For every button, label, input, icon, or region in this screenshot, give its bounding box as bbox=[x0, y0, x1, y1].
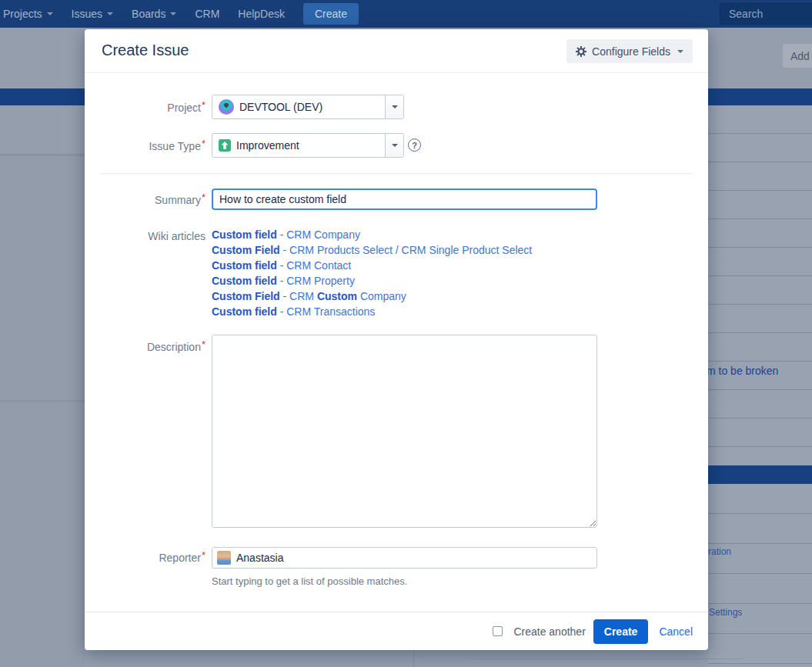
nav-issues: Issues bbox=[72, 8, 113, 20]
reporter-value-text: Anastasia bbox=[236, 552, 283, 564]
nav-projects: Projects bbox=[3, 8, 53, 20]
background-divider bbox=[473, 659, 743, 659]
form-divider bbox=[100, 173, 693, 174]
issue-type-label: Issue Type* bbox=[85, 140, 206, 152]
background-left-panel bbox=[0, 154, 85, 667]
dialog-footer: Create another Create Cancel bbox=[85, 612, 708, 650]
wiki-article-link[interactable]: Custom Field - CRM Custom Company bbox=[212, 288, 532, 304]
chevron-down-icon bbox=[677, 50, 683, 53]
project-select[interactable]: DEVTOOL (DEV) bbox=[212, 95, 404, 119]
issue-type-select[interactable]: Improvement bbox=[212, 133, 404, 158]
background-table-rows bbox=[708, 484, 812, 667]
background-link-ration: ration bbox=[708, 546, 731, 557]
description-textarea[interactable] bbox=[212, 335, 597, 528]
chevron-down-icon bbox=[107, 12, 113, 15]
summary-input[interactable] bbox=[212, 188, 597, 210]
chevron-down-icon bbox=[392, 105, 398, 108]
cancel-link[interactable]: Cancel bbox=[659, 625, 693, 638]
required-asterisk: * bbox=[202, 138, 206, 149]
create-issue-dialog: Create Issue Configure Field bbox=[85, 29, 708, 650]
nav-projects-label: Projects bbox=[3, 8, 42, 20]
summary-label: Summary* bbox=[85, 194, 206, 206]
reporter-label: Reporter* bbox=[85, 552, 206, 564]
create-another-label: Create another bbox=[513, 625, 585, 638]
required-asterisk: * bbox=[202, 549, 206, 561]
nav-helpdesk: HelpDesk bbox=[238, 8, 285, 20]
project-value-text: DEVTOOL (DEV) bbox=[239, 101, 322, 113]
project-dropdown-button[interactable] bbox=[385, 95, 403, 118]
chevron-down-icon bbox=[47, 12, 53, 15]
nav-boards: Boards bbox=[132, 8, 176, 20]
chevron-down-icon bbox=[170, 12, 176, 15]
reporter-avatar bbox=[217, 551, 231, 565]
nav-helpdesk-label: HelpDesk bbox=[238, 8, 285, 20]
nav-crm-label: CRM bbox=[195, 8, 219, 20]
help-icon[interactable]: ? bbox=[408, 138, 421, 152]
background-divider bbox=[0, 154, 85, 157]
nav-boards-label: Boards bbox=[132, 8, 165, 20]
description-label: Description* bbox=[85, 341, 206, 353]
chevron-down-icon bbox=[392, 144, 398, 147]
issue-type-select-value: Improvement bbox=[212, 134, 385, 157]
wiki-article-link[interactable]: Custom field - CRM Transactions bbox=[212, 304, 532, 319]
configure-fields-label: Configure Fields bbox=[592, 45, 670, 58]
project-label: Project* bbox=[85, 102, 206, 114]
wiki-article-link[interactable]: Custom Field - CRM Products Select / CRM… bbox=[212, 242, 532, 258]
required-asterisk: * bbox=[202, 339, 206, 350]
reporter-help-text: Start typing to get a list of possible m… bbox=[212, 575, 407, 587]
background-link-settings: Settings bbox=[709, 607, 742, 618]
background-link-broken: m to be broken bbox=[707, 365, 778, 377]
gear-icon bbox=[576, 46, 586, 57]
wiki-articles-list: Custom field - CRM Company Custom Field … bbox=[212, 227, 532, 319]
nav-issues-label: Issues bbox=[72, 8, 102, 20]
add-gadget-button: Add g bbox=[783, 44, 812, 68]
project-avatar-icon bbox=[219, 99, 234, 115]
background-divider bbox=[413, 650, 414, 667]
background-table-rows bbox=[708, 105, 812, 465]
dialog-header: Create Issue Configure Field bbox=[85, 29, 708, 73]
nav-create-button: Create bbox=[303, 3, 359, 25]
screen: Projects Issues Boards CRM HelpDesk Crea… bbox=[0, 0, 812, 667]
nav-crm: CRM bbox=[195, 8, 219, 20]
wiki-article-link[interactable]: Custom field - CRM Property bbox=[212, 273, 532, 288]
search-input bbox=[720, 3, 812, 25]
issue-type-value-text: Improvement bbox=[236, 139, 299, 152]
wiki-article-link[interactable]: Custom field - CRM Contact bbox=[212, 258, 532, 273]
improvement-type-icon bbox=[219, 139, 231, 152]
create-another-checkbox[interactable] bbox=[493, 626, 503, 636]
issue-type-dropdown-button[interactable] bbox=[385, 134, 403, 157]
background-divider bbox=[0, 400, 85, 403]
required-asterisk: * bbox=[202, 192, 206, 203]
dialog-title: Create Issue bbox=[102, 42, 189, 59]
background-section-header-bar bbox=[708, 465, 812, 484]
wiki-articles-label: Wiki articles bbox=[85, 230, 206, 242]
project-select-value: DEVTOOL (DEV) bbox=[212, 95, 385, 118]
configure-fields-button[interactable]: Configure Fields bbox=[566, 39, 693, 63]
top-navbar: Projects Issues Boards CRM HelpDesk Crea… bbox=[0, 0, 812, 28]
required-asterisk: * bbox=[202, 99, 206, 111]
create-button[interactable]: Create bbox=[593, 619, 649, 644]
reporter-input[interactable]: Anastasia bbox=[212, 547, 597, 569]
wiki-article-link[interactable]: Custom field - CRM Company bbox=[212, 227, 532, 242]
